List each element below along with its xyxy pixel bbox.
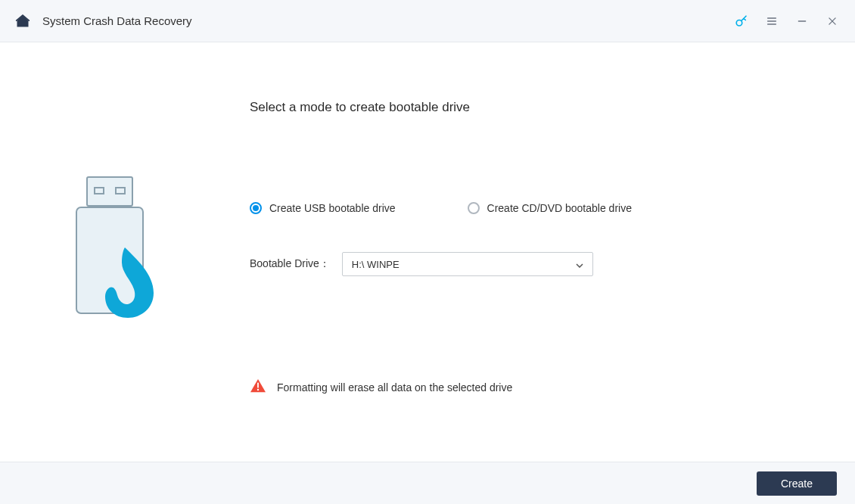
content-area: Select a mode to create bootable drive C… [0,42,855,462]
minimize-icon[interactable] [794,14,810,29]
svg-point-12 [257,389,259,390]
radio-cd[interactable]: Create CD/DVD bootable drive [468,202,632,214]
warning-triangle-icon [250,378,266,397]
menu-icon[interactable] [764,14,779,29]
chevron-down-icon [576,259,583,270]
create-button[interactable]: Create [757,471,837,496]
footer: Create [0,462,855,504]
bootable-drive-label: Bootable Drive： [250,257,330,271]
radio-cd-circle [468,202,480,214]
bootable-drive-select[interactable]: H:\ WINPE [342,252,593,276]
bootable-drive-value: H:\ WINPE [352,259,400,270]
mode-radio-group: Create USB bootable drive Create CD/DVD … [250,202,810,214]
titlebar-left: System Crash Data Recovery [15,14,192,29]
key-icon[interactable] [734,14,749,29]
close-icon[interactable] [825,14,840,29]
radio-usb-label: Create USB bootable drive [269,202,396,214]
titlebar: System Crash Data Recovery [0,0,855,42]
page-title: System Crash Data Recovery [42,14,192,27]
titlebar-right [734,14,840,29]
warning-row: Formatting will erase all data on the se… [250,378,810,397]
radio-cd-label: Create CD/DVD bootable drive [487,202,632,214]
radio-usb-circle [250,202,262,214]
warning-text: Formatting will erase all data on the se… [277,381,512,394]
usb-flame-icon [64,176,155,322]
home-icon[interactable] [15,14,30,29]
illustration-panel [0,100,219,462]
main-panel: Select a mode to create bootable drive C… [219,100,855,462]
main-heading: Select a mode to create bootable drive [250,100,810,115]
bootable-drive-row: Bootable Drive： H:\ WINPE [250,252,810,276]
radio-usb[interactable]: Create USB bootable drive [250,202,396,214]
